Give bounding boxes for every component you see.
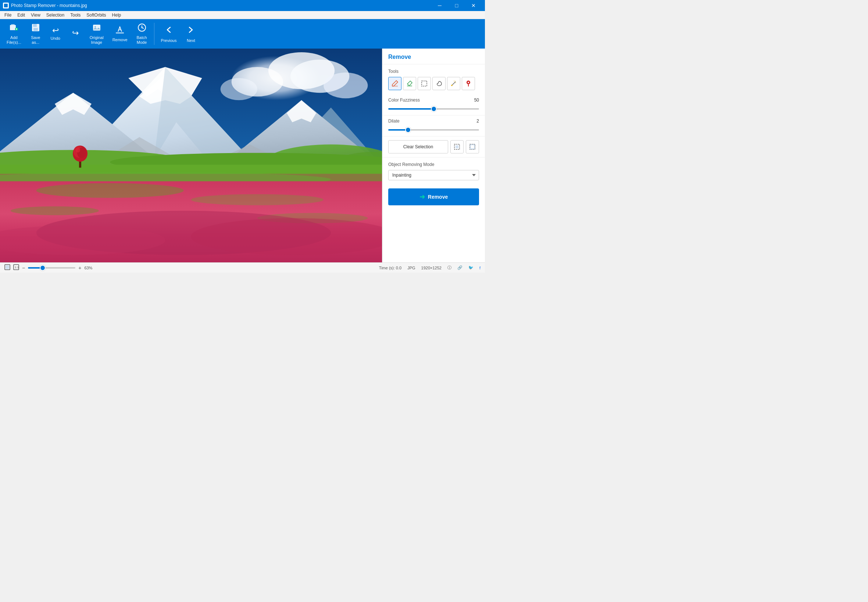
window-controls[interactable]: ─ □ ✕	[431, 0, 482, 11]
svg-point-45	[37, 183, 184, 198]
select-all-button[interactable]	[450, 140, 464, 154]
object-removing-mode-select[interactable]: Inpainting Content Aware Texture Synthes…	[388, 170, 479, 180]
dilate-section: Dilate 2	[382, 115, 485, 137]
lasso-icon	[435, 80, 442, 87]
zoom-slider[interactable]	[28, 267, 75, 269]
remove-button-arrow-icon: ➜	[419, 193, 425, 201]
save-icon	[31, 23, 40, 34]
eraser-icon	[406, 80, 413, 87]
batch-mode-button[interactable]: BatchMode	[133, 21, 151, 47]
svg-rect-12	[116, 32, 124, 34]
zoom-fit-button[interactable]	[5, 264, 10, 271]
next-button[interactable]: Next	[182, 21, 200, 47]
next-label: Next	[187, 38, 195, 43]
menu-bar: File Edit View Selection Tools SoftOrbit…	[0, 11, 485, 19]
remove-toolbar-icon	[115, 25, 125, 36]
action-row: Clear Selection	[382, 137, 485, 158]
batch-mode-icon	[137, 23, 147, 34]
undo-label: Undo	[51, 36, 60, 41]
menu-file[interactable]: File	[2, 12, 14, 18]
stamp-tool-button[interactable]	[462, 77, 475, 90]
title-bar: Photo Stamp Remover - mountains.jpg ─ □ …	[0, 0, 485, 11]
menu-view[interactable]: View	[28, 12, 43, 18]
add-files-button[interactable]: AddFile(s)...	[3, 21, 25, 47]
svg-point-14	[141, 27, 142, 28]
svg-rect-9	[34, 28, 38, 31]
svg-rect-70	[6, 265, 9, 269]
toolbar-separator	[154, 23, 155, 45]
menu-edit[interactable]: Edit	[14, 12, 28, 18]
svg-rect-2	[10, 25, 16, 30]
dimensions-display: 1920×1252	[421, 266, 441, 270]
tools-section: Tools	[382, 64, 485, 95]
add-files-icon	[9, 23, 19, 34]
svg-point-61	[451, 84, 453, 86]
format-display: JPG	[407, 266, 415, 270]
maximize-button[interactable]: □	[448, 0, 465, 11]
magic-wand-tool-button[interactable]	[447, 77, 460, 90]
svg-point-47	[11, 206, 99, 215]
lasso-tool-button[interactable]	[432, 77, 445, 90]
dilate-value: 2	[476, 118, 479, 124]
right-panel: Remove Tools	[382, 49, 485, 263]
add-files-label: AddFile(s)...	[7, 35, 21, 45]
color-fuzziness-slider[interactable]	[388, 108, 479, 110]
remove-button[interactable]: ➜ Remove	[388, 188, 479, 205]
svg-point-46	[191, 194, 324, 205]
dilate-slider[interactable]	[388, 129, 479, 131]
status-right: Time (s): 0.0 JPG 1920×1252 ⓘ 🔗 🐦 f	[379, 265, 481, 270]
redo-icon: ↪	[72, 29, 79, 37]
svg-rect-1	[4, 4, 8, 8]
clear-selection-button[interactable]: Clear Selection	[388, 140, 448, 154]
time-display: Time (s): 0.0	[379, 266, 401, 270]
svg-rect-8	[33, 24, 37, 27]
object-removing-mode-section: Object Removing Mode Inpainting Content …	[382, 158, 485, 185]
original-image-button[interactable]: OriginalImage	[86, 21, 107, 47]
object-removing-mode-label: Object Removing Mode	[388, 162, 479, 167]
undo-icon: ↩	[52, 26, 59, 35]
invert-selection-button[interactable]	[466, 140, 479, 154]
zoom-fit-icon	[5, 264, 10, 270]
eraser-tool-button[interactable]	[403, 77, 416, 90]
svg-point-56	[76, 147, 80, 152]
brush-icon	[391, 80, 398, 87]
menu-selection[interactable]: Selection	[43, 12, 67, 18]
save-as-button[interactable]: Saveas...	[26, 21, 45, 47]
tools-row	[388, 77, 479, 90]
color-fuzziness-header: Color Fuzziness 50	[388, 98, 479, 103]
remove-button-label: Remove	[428, 194, 448, 200]
svg-point-20	[323, 72, 367, 98]
menu-softorbits[interactable]: SoftOrbits	[83, 12, 109, 18]
menu-help[interactable]: Help	[109, 12, 124, 18]
brush-tool-button[interactable]	[388, 77, 401, 90]
svg-rect-3	[11, 24, 15, 25]
previous-button[interactable]: Previous	[157, 21, 181, 47]
minimize-button[interactable]: ─	[431, 0, 448, 11]
zoom-out-button[interactable]: −	[22, 265, 25, 271]
dilate-label: Dilate	[388, 118, 400, 124]
svg-point-63	[468, 82, 469, 83]
zoom-in-button[interactable]: +	[78, 265, 81, 271]
app-icon	[3, 3, 9, 8]
rect-select-tool-button[interactable]	[418, 77, 431, 90]
svg-text:1:1: 1:1	[15, 266, 19, 269]
close-button[interactable]: ✕	[465, 0, 482, 11]
twitter-icon[interactable]: 🐦	[468, 265, 473, 270]
facebook-icon[interactable]: f	[479, 266, 481, 270]
svg-point-21	[220, 78, 257, 100]
rect-select-icon	[421, 80, 428, 87]
svg-line-60	[452, 82, 456, 85]
info-icon[interactable]: ⓘ	[447, 265, 452, 270]
menu-tools[interactable]: Tools	[67, 12, 83, 18]
zoom-actual-button[interactable]: 1:1	[13, 264, 19, 271]
canvas-area[interactable]	[0, 49, 382, 263]
share-icon[interactable]: 🔗	[457, 265, 462, 270]
batch-mode-label: BatchMode	[137, 35, 147, 45]
previous-label: Previous	[161, 38, 177, 43]
remove-toolbar-button[interactable]: Remove	[109, 21, 131, 47]
original-image-icon	[92, 23, 101, 34]
redo-button[interactable]: ↪	[66, 21, 84, 47]
color-fuzziness-value: 50	[474, 98, 479, 103]
toolbar: AddFile(s)... Saveas... ↩ Undo ↪ Origina…	[0, 19, 485, 49]
undo-button[interactable]: ↩ Undo	[46, 21, 65, 47]
